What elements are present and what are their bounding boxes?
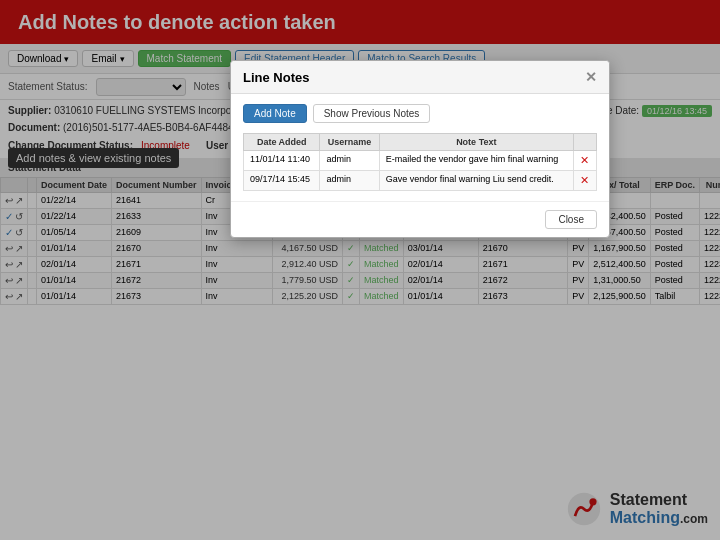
add-note-button[interactable]: Add Note <box>243 104 307 123</box>
note-date: 11/01/14 11:40 <box>244 151 320 171</box>
modal-toolbar: Add Note Show Previous Notes <box>243 104 597 123</box>
close-modal-button[interactable]: Close <box>545 210 597 229</box>
show-previous-notes-button[interactable]: Show Previous Notes <box>313 104 431 123</box>
note-text: E-mailed the vendor gave him final warni… <box>379 151 573 171</box>
modal-title: Line Notes <box>243 70 309 85</box>
note-username: admin <box>320 151 379 171</box>
note-username: admin <box>320 171 379 191</box>
notes-col-date: Date Added <box>244 134 320 151</box>
delete-note-icon[interactable]: ✕ <box>580 174 589 186</box>
notes-col-del <box>573 134 596 151</box>
notes-col-text: Note Text <box>379 134 573 151</box>
note-date: 09/17/14 15:45 <box>244 171 320 191</box>
note-delete[interactable]: ✕ <box>573 171 596 191</box>
note-row: 09/17/14 15:45 admin Gave vendor final w… <box>244 171 597 191</box>
notes-col-username: Username <box>320 134 379 151</box>
note-text: Gave vendor final warning Liu send credi… <box>379 171 573 191</box>
modal-close-icon[interactable]: ✕ <box>585 69 597 85</box>
modal-overlay: Line Notes ✕ Add Note Show Previous Note… <box>0 0 720 540</box>
modal-body: Add Note Show Previous Notes Date Added … <box>231 94 609 201</box>
note-row: 11/01/14 11:40 admin E-mailed the vendor… <box>244 151 597 171</box>
modal-header: Line Notes ✕ <box>231 61 609 94</box>
notes-table: Date Added Username Note Text 11/01/14 1… <box>243 133 597 191</box>
delete-note-icon[interactable]: ✕ <box>580 154 589 166</box>
note-delete[interactable]: ✕ <box>573 151 596 171</box>
line-notes-modal: Line Notes ✕ Add Note Show Previous Note… <box>230 60 610 238</box>
modal-footer: Close <box>231 201 609 237</box>
